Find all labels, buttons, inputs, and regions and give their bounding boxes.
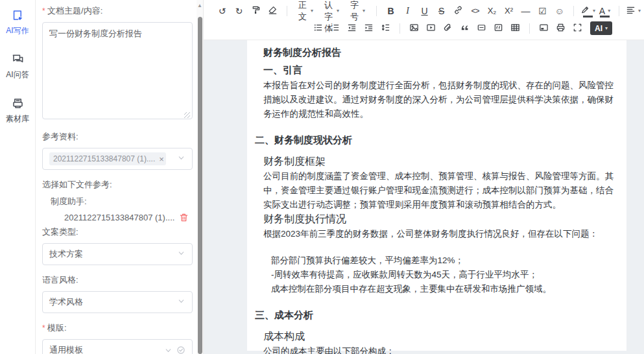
align-icon — [626, 5, 636, 17]
doc-edit-icon — [12, 9, 24, 23]
insert-image-button[interactable] — [406, 21, 422, 36]
doc-type-select[interactable]: 技术方案 — [42, 243, 193, 265]
undo-glyph: ↺ — [219, 6, 226, 16]
language-style-select[interactable]: 学术风格 — [42, 291, 193, 313]
line-height-button[interactable] — [377, 21, 394, 36]
delete-file-icon[interactable] — [179, 213, 189, 222]
bold-button[interactable]: B — [383, 3, 399, 19]
insert-divider-button[interactable] — [473, 21, 490, 36]
format-painter-button[interactable] — [248, 3, 264, 19]
chevron-down-icon — [164, 346, 173, 354]
bullet-list-button[interactable] — [310, 21, 326, 36]
font-family-select[interactable]: 默认字体▾ — [319, 3, 344, 19]
horizontal-rule-button[interactable]: — — [518, 3, 534, 19]
topic-textarea[interactable] — [42, 22, 193, 119]
print-icon — [556, 23, 566, 34]
task-checkbox-button[interactable]: ☑ — [534, 3, 551, 19]
editor-area: ↺↻正文▾默认字体▾字号▾BIUS<>X₂X²—☑☺▾A▾▾ AI▾ 财务制度分… — [204, 0, 644, 354]
font-color-glyph: A — [599, 6, 605, 16]
toolbar-divider — [573, 6, 574, 16]
sidebar-item-AI问答[interactable]: AI问答 — [6, 53, 29, 80]
bold-glyph: B — [387, 6, 394, 16]
sidebar-item-label: AI写作 — [6, 25, 29, 36]
blockquote-icon — [460, 23, 470, 34]
indent-icon — [364, 23, 374, 34]
align-button[interactable]: ▾ — [625, 3, 641, 19]
superscript-button[interactable]: X² — [501, 3, 517, 19]
insert-image-icon — [409, 23, 419, 34]
toolbar-divider — [376, 6, 377, 16]
outdent-button[interactable] — [344, 21, 360, 36]
doc-block-h1b: 二、财务制度现状分析 — [255, 134, 617, 147]
doc-block-h1: 财务制度分析报告 — [263, 47, 617, 59]
page-panel-button[interactable] — [536, 21, 552, 36]
annotation-icon — [494, 23, 503, 34]
bullet-list-icon — [313, 23, 323, 34]
toolbar-divider — [529, 23, 530, 34]
attachment-icon — [443, 23, 453, 34]
format-painter-icon — [251, 5, 261, 17]
highlight-color-button[interactable]: ▾ — [580, 3, 596, 19]
emoji-button[interactable]: ☺ — [551, 3, 567, 19]
panel-scrollbar[interactable]: ▲ — [197, 0, 204, 354]
reference-select[interactable]: 2021122715133847807 (1).... × — [42, 148, 193, 170]
scrollbar-thumb[interactable] — [198, 17, 202, 354]
line-height-icon — [381, 23, 390, 34]
app-window: AI写作AI问答素材库 文档主题/内容: 参考资料: 2021122715133… — [0, 0, 644, 354]
paragraph-style-select[interactable]: 正文▾ — [293, 3, 318, 19]
ordered-list-button[interactable] — [327, 21, 343, 36]
print-button[interactable] — [553, 21, 569, 36]
sidebar-item-label: AI问答 — [6, 69, 29, 80]
blockquote-button[interactable] — [457, 21, 473, 36]
subscript-button[interactable]: X₂ — [484, 3, 500, 19]
font-size-select[interactable]: 字号▾ — [345, 3, 370, 19]
doc-block-h2: 财务制度框架 — [263, 155, 617, 169]
insert-video-button[interactable] — [423, 21, 439, 36]
inline-code-glyph: <> — [471, 6, 479, 16]
outdent-icon — [347, 23, 357, 34]
language-style-label: 语言风格: — [42, 274, 193, 286]
strikethrough-button[interactable]: S — [433, 3, 449, 19]
redo-button[interactable]: ↻ — [231, 3, 247, 19]
emoji-glyph: ☺ — [555, 6, 564, 16]
italic-glyph: I — [406, 6, 409, 16]
template-select[interactable]: 通用模板 — [42, 339, 193, 354]
document-page[interactable]: 财务制度分析报告一、引言本报告旨在对公司的财务制度进行全面分析，包括财务制度的现… — [247, 40, 626, 351]
doc-block-p: 本报告旨在对公司的财务制度进行全面分析，包括财务制度的现状、存在的问题、风险管控… — [263, 78, 617, 121]
template-label: 模版: — [42, 322, 193, 334]
indent-button[interactable] — [361, 21, 377, 36]
toolbar-row-1: ↺↻正文▾默认字体▾字号▾BIUS<>X₂X²—☑☺▾A▾▾ — [214, 2, 639, 19]
clear-format-icon — [268, 5, 278, 17]
chevron-down-icon — [177, 154, 185, 164]
annotation-button[interactable] — [490, 21, 507, 36]
undo-button[interactable]: ↺ — [214, 3, 230, 19]
topic-label: 文档主题/内容: — [42, 5, 193, 17]
chevron-down-icon — [177, 297, 185, 307]
reference-file-tag: 2021122715133847807 (1).... × — [49, 152, 166, 165]
insert-table-button[interactable] — [507, 21, 523, 36]
sidebar-item-素材库[interactable]: 素材库 — [6, 97, 29, 124]
ai-writing-form-panel: 文档主题/内容: 参考资料: 2021122715133847807 (1)..… — [36, 0, 197, 354]
sidebar-item-AI写作[interactable]: AI写作 — [6, 9, 29, 36]
fullscreen-icon — [573, 23, 582, 34]
italic-button[interactable]: I — [400, 3, 416, 19]
link-button[interactable] — [450, 3, 466, 19]
doc-block-p2: 部分部门预算执行偏差较大，平均偏差率为12%； — [271, 254, 617, 268]
inline-code-button[interactable]: <> — [467, 3, 483, 19]
attachment-button[interactable] — [440, 21, 456, 36]
horizontal-rule-glyph: — — [521, 6, 531, 16]
font-color-button[interactable]: A▾ — [597, 3, 613, 19]
check-circle-icon — [176, 346, 185, 354]
scroll-up-arrow-icon[interactable]: ▲ — [197, 3, 202, 8]
strikethrough-glyph: S — [438, 6, 444, 16]
doc-block-p2: 成本控制在部分项目中存在超支现象，主要集中在研发和市场推广领域。 — [271, 282, 617, 296]
fullscreen-button[interactable] — [569, 21, 586, 36]
superscript-glyph: X² — [505, 6, 513, 16]
clear-format-button[interactable] — [265, 3, 281, 19]
ai-menu-button[interactable]: AI▾ — [590, 21, 612, 35]
toolbar-row-2: AI▾ — [310, 19, 639, 37]
underline-button[interactable]: U — [416, 3, 433, 19]
tag-remove-icon[interactable]: × — [159, 155, 164, 163]
toolbar-divider — [400, 23, 400, 34]
doc-block-p1: 根据2023年前三季度的财务数据，公司整体财务制度执行情况良好，但存在以下问题： — [263, 227, 617, 241]
